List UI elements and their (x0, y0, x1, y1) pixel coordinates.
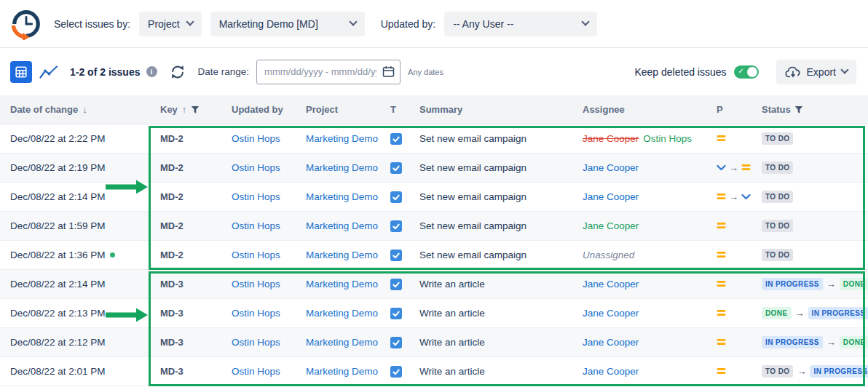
column-header-status[interactable]: Status (751, 104, 868, 115)
column-header-type[interactable]: T (387, 104, 409, 115)
table-row: Dec/08/22 at 2:12 PMMD-3Ostin HopsMarket… (0, 328, 868, 357)
column-header-key[interactable]: Key ↑ (150, 104, 221, 115)
project-link[interactable]: Marketing Demo (306, 250, 378, 260)
info-circle-icon[interactable]: i (146, 66, 157, 77)
project-link[interactable]: Marketing Demo (306, 162, 378, 173)
cloud-download-icon (785, 65, 801, 78)
summary-cell: Set new email campaign (409, 250, 572, 260)
date-range-input[interactable] (256, 60, 401, 84)
assignee-cell: Jane Cooper (572, 279, 711, 290)
project-dropdown[interactable]: Marketing Demo [MD] (210, 12, 365, 36)
chevron-down-icon (581, 17, 589, 25)
keep-deleted-toggle[interactable] (734, 65, 759, 79)
status-cell: DONE→IN PROGRESS (751, 307, 868, 319)
top-toolbar: Select issues by: Project Marketing Demo… (0, 0, 868, 48)
filter-funnel-icon[interactable] (794, 105, 803, 114)
column-header-updated-by[interactable]: Updated by (221, 104, 296, 115)
project-cell: Marketing Demo (296, 162, 387, 173)
updated-by-link[interactable]: Ostin Hops (232, 250, 280, 260)
task-checkbox-icon (390, 250, 402, 261)
project-link[interactable]: Marketing Demo (306, 279, 378, 290)
updated-by-link[interactable]: Ostin Hops (232, 308, 280, 319)
updated-by-link[interactable]: Ostin Hops (232, 366, 280, 377)
any-dates-label: Any dates (408, 68, 443, 76)
issue-key: MD-2 (150, 162, 221, 173)
column-label: Updated by (232, 104, 283, 115)
assignee-link[interactable]: Jane Cooper (583, 337, 639, 348)
column-header-project[interactable]: Project (296, 104, 387, 115)
summary-cell: Write an article (409, 279, 572, 290)
table-row: Dec/08/22 at 1:59 PMMD-2Ostin HopsMarket… (0, 212, 868, 241)
project-link[interactable]: Marketing Demo (306, 337, 378, 348)
created-dot (110, 252, 115, 258)
date-of-change-text: Dec/08/22 at 1:36 PM (10, 250, 106, 260)
sort-desc-icon[interactable]: ↓ (82, 104, 87, 115)
table-view-button[interactable] (10, 61, 32, 83)
priority-medium-icon (717, 251, 726, 259)
status-cell: TO DO (751, 161, 868, 174)
summary-cell: Write an article (409, 337, 572, 348)
column-header-summary[interactable]: Summary (409, 104, 572, 115)
assignee-link[interactable]: Jane Cooper (583, 162, 639, 173)
date-of-change-text: Dec/08/22 at 2:13 PM (10, 308, 106, 319)
summary-cell: Set new email campaign (409, 133, 572, 144)
updated-by-link[interactable]: Ostin Hops (232, 220, 280, 231)
table-row: Dec/08/22 at 2:14 PMMD-3Ostin HopsMarket… (0, 270, 868, 299)
right-arrow-icon: → (729, 191, 738, 202)
priority-cell: → (711, 162, 751, 173)
priority-medium-icon (717, 193, 726, 201)
project-link[interactable]: Marketing Demo (306, 133, 378, 144)
select-by-dropdown[interactable]: Project (139, 12, 202, 36)
updated-by-cell: Ostin Hops (221, 337, 296, 348)
assignee-unassigned: Unassigned (583, 250, 634, 260)
project-cell: Marketing Demo (296, 337, 387, 348)
priority-cell (711, 309, 751, 317)
updated-by-link[interactable]: Ostin Hops (232, 162, 280, 173)
summary-cell: Write an article (409, 308, 572, 319)
issue-key: MD-3 (150, 337, 221, 348)
assignee-link[interactable]: Jane Cooper (583, 366, 639, 377)
status-cell: TO DO→IN PROGRESS (751, 365, 868, 378)
column-header-priority[interactable]: P (711, 104, 751, 115)
chevron-down-icon (186, 17, 194, 25)
project-link[interactable]: Marketing Demo (306, 366, 378, 377)
project-link[interactable]: Marketing Demo (306, 308, 378, 319)
status-badge: IN PROGRESS (762, 278, 823, 290)
updated-by-cell: Ostin Hops (221, 250, 296, 260)
column-header-assignee[interactable]: Assignee (572, 104, 711, 115)
sort-asc-icon[interactable]: ↑ (182, 104, 187, 115)
filter-funnel-icon[interactable] (191, 105, 200, 114)
status-badge: DONE (762, 307, 792, 319)
column-label: Project (306, 104, 338, 115)
date-of-change-text: Dec/08/22 at 2:19 PM (10, 162, 106, 173)
assignee-link[interactable]: Jane Cooper (583, 308, 639, 319)
priority-low-icon (717, 164, 726, 171)
view-toolbar: 1-2 of 2 issues i Date range: Any d (0, 48, 868, 95)
task-checkbox-icon (390, 366, 402, 378)
column-label: Status (762, 104, 791, 115)
refresh-icon[interactable] (170, 65, 185, 79)
priority-medium-icon (717, 135, 726, 143)
priority-cell (711, 135, 751, 143)
updated-by-link[interactable]: Ostin Hops (232, 191, 280, 202)
calendar-icon[interactable] (382, 65, 395, 78)
status-badge: DONE (840, 336, 868, 348)
column-header-date-of-change[interactable]: Date of change ↓ (0, 104, 150, 115)
export-button[interactable]: Export (776, 60, 856, 84)
project-link[interactable]: Marketing Demo (306, 191, 378, 202)
updated-by-cell: Ostin Hops (221, 220, 296, 231)
assignee-cell: Jane Cooper (572, 191, 711, 202)
status-cell: TO DO (751, 220, 868, 232)
status-cell: TO DO (751, 191, 868, 203)
updated-by-link[interactable]: Ostin Hops (232, 337, 280, 348)
updated-by-link[interactable]: Ostin Hops (232, 279, 280, 290)
assignee-link[interactable]: Jane Cooper (583, 191, 639, 202)
assignee-link[interactable]: Jane Cooper (583, 279, 639, 290)
chart-view-button[interactable] (39, 65, 58, 79)
project-link[interactable]: Marketing Demo (306, 220, 378, 231)
updated-by-link[interactable]: Ostin Hops (232, 133, 280, 144)
right-arrow-icon: → (729, 162, 738, 173)
priority-medium-icon (717, 309, 726, 317)
status-cell: IN PROGRESS→DONE (751, 278, 868, 290)
updated-by-user-dropdown[interactable]: -- Any User -- (444, 12, 597, 36)
